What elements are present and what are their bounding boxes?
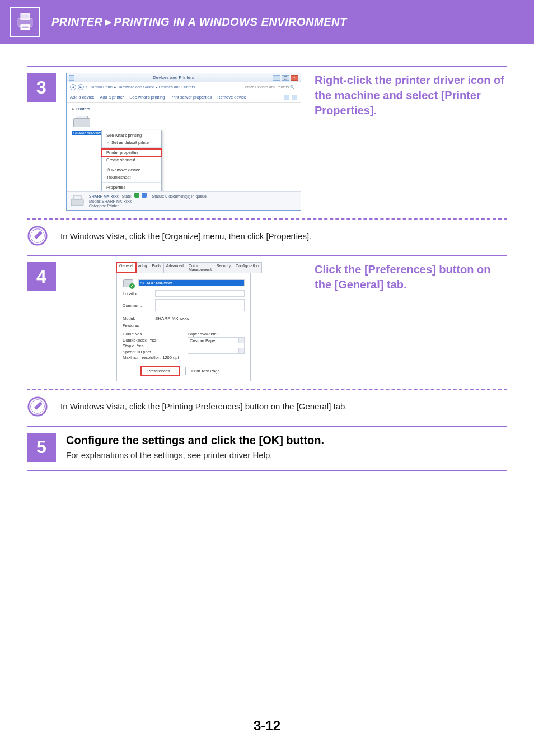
content-area: 3 Devices and Printers _ ▢ × (0, 44, 534, 471)
printer-properties-dialog: General aring Ports Advanced Color Manag… (116, 262, 251, 381)
print-test-page-button[interactable]: Print Test Page (185, 367, 226, 375)
menu-see-whats-printing[interactable]: See what's printing (102, 132, 161, 139)
step-4-screenshot-col: General aring Ports Advanced Color Manag… (66, 262, 301, 381)
step-3-note-row: In Windows Vista, click the [Organize] m… (27, 225, 507, 246)
close-button[interactable]: × (291, 75, 298, 81)
general-tab-panel: ✓ SHARP MX-xxxx Location: Comment: (116, 273, 251, 381)
toolbar-add-device[interactable]: Add a device (70, 95, 94, 100)
printers-section-label: Printers (72, 106, 295, 111)
window-title: Devices and Printers (153, 75, 194, 80)
location-label: Location: (123, 291, 151, 296)
status-bar: SHARP MX-xxxx State: Status: 0 document(… (67, 191, 301, 210)
feature-color: Color: Yes (123, 332, 180, 338)
status-category-value: Printer (107, 204, 119, 208)
printer-name-field[interactable]: SHARP MX-xxxx (138, 279, 245, 286)
menu-printer-properties[interactable]: Printer properties (102, 149, 161, 156)
step-5-heading: Configure the settings and click the [OK… (66, 433, 507, 448)
minimize-button[interactable]: _ (273, 75, 280, 81)
tab-sharing[interactable]: aring (135, 262, 150, 273)
printer-section-icon (10, 7, 40, 37)
breadcrumb-path[interactable]: Control Panel ▸ Hardware and Sound ▸ Dev… (90, 85, 195, 90)
toolbar-print-server-properties[interactable]: Print server properties (170, 95, 212, 100)
note-pencil-icon (27, 396, 48, 417)
features-label: Features (123, 323, 245, 328)
feature-max-resolution: Maximum resolution: 1200 dpi (123, 355, 180, 361)
svg-rect-5 (71, 199, 83, 206)
tab-color-management[interactable]: Color Management (186, 262, 214, 273)
nav-forward-button[interactable]: ► (78, 84, 84, 90)
toolbar: Add a device Add a printer See what's pr… (67, 92, 301, 103)
status-queue-value: 0 document(s) in queue (165, 194, 207, 198)
status-model-label: Model: (89, 199, 101, 203)
menu-properties[interactable]: Properties (102, 184, 161, 191)
status-printer-name: SHARP MX-xxxx (89, 194, 119, 198)
tab-configuration[interactable]: Configuration (233, 262, 262, 273)
svg-rect-9 (34, 231, 43, 239)
feature-speed: Speed: 30 ppm (123, 349, 180, 356)
tab-general[interactable]: General (116, 262, 136, 273)
view-icon[interactable] (284, 95, 289, 100)
dialog-printer-icon: ✓ (123, 278, 134, 288)
step-3-heading: Right-click the printer driver icon of t… (315, 73, 507, 118)
status-ok-icon (134, 193, 139, 198)
svg-rect-12 (34, 402, 43, 410)
window-titlebar: Devices and Printers _ ▢ × (67, 73, 301, 82)
paper-available-list[interactable]: Custom Paper (188, 337, 245, 354)
preferences-button[interactable]: Preferences... (141, 367, 180, 375)
svg-rect-2 (21, 25, 30, 30)
maximize-button[interactable]: ▢ (282, 75, 289, 81)
search-icon: 🔍 (290, 85, 295, 90)
help-icon[interactable] (292, 95, 297, 100)
tab-ports[interactable]: Ports (149, 262, 163, 273)
toolbar-remove-device[interactable]: Remove device (217, 95, 246, 100)
step-3-note-text: In Windows Vista, click the [Organize] m… (60, 231, 311, 241)
nav-back-button[interactable]: ◄ (70, 84, 76, 90)
dashed-divider (27, 218, 507, 220)
toolbar-see-whats-printing[interactable]: See what's printing (129, 95, 165, 100)
step-4-heading: Click the [Preferences] button on the [G… (315, 262, 507, 292)
search-box[interactable]: Search Devices and Printers 🔍 (241, 85, 297, 90)
page-number: 3-12 (0, 718, 534, 734)
dashed-divider (27, 389, 507, 390)
step-5-subtext: For explanations of the settings, see pr… (66, 450, 507, 460)
features-list: Color: Yes Double-sided: Yes Staple: Yes… (123, 332, 180, 361)
printer-device-icon[interactable] (72, 114, 91, 130)
address-bar-row: ◄ ► ↑ Control Panel ▸ Hardware and Sound… (67, 82, 301, 92)
page-header: PRINTER►PRINTING IN A WINDOWS ENVIRONMEN… (0, 0, 534, 44)
menu-remove-device[interactable]: Remove device (102, 166, 161, 174)
scroll-up-icon[interactable] (238, 338, 244, 343)
status-state-label: State: (122, 194, 132, 198)
step-4-number: 4 (27, 262, 56, 291)
step-4-block: 4 General aring Ports Advanced Color Man… (27, 255, 507, 417)
menu-troubleshoot[interactable]: Troubleshoot (102, 174, 161, 181)
tab-advanced[interactable]: Advanced (163, 262, 186, 273)
menu-create-shortcut[interactable]: Create shortcut (102, 156, 161, 164)
note-pencil-icon (27, 225, 48, 246)
status-queue-label: Status: (152, 194, 165, 198)
printer-icon (15, 11, 36, 32)
model-value: SHARP MX-xxxx (155, 316, 189, 321)
svg-rect-6 (73, 195, 81, 199)
location-input[interactable] (155, 290, 245, 297)
feature-staple: Staple: Yes (123, 343, 180, 349)
svg-rect-1 (21, 14, 30, 20)
status-model-value: SHARP MX-xxxx (102, 199, 132, 203)
tab-security[interactable]: Security (214, 262, 233, 273)
devices-and-printers-window: Devices and Printers _ ▢ × ◄ ► ↑ (66, 73, 301, 211)
step-4-note-row: In Windows Vista, click the [Printing Pr… (27, 396, 507, 417)
page-breadcrumb: PRINTER►PRINTING IN A WINDOWS ENVIRONMEN… (51, 16, 347, 29)
paper-item: Custom Paper (190, 338, 217, 343)
menu-set-default[interactable]: Set as default printer (102, 139, 161, 146)
step-4-note-text: In Windows Vista, click the [Printing Pr… (60, 402, 348, 411)
comment-label: Comment: (123, 303, 151, 308)
menu-separator (102, 165, 161, 165)
menu-separator (102, 182, 161, 183)
status-category-label: Category: (89, 204, 106, 208)
menu-separator (102, 147, 161, 148)
status-printer-icon (70, 194, 85, 208)
scroll-down-icon[interactable] (238, 348, 244, 353)
comment-input[interactable] (155, 299, 245, 311)
printer-context-menu: See what's printing Set as default print… (101, 130, 162, 193)
nav-up-button[interactable]: ↑ (86, 85, 88, 89)
toolbar-add-printer[interactable]: Add a printer (100, 95, 124, 100)
